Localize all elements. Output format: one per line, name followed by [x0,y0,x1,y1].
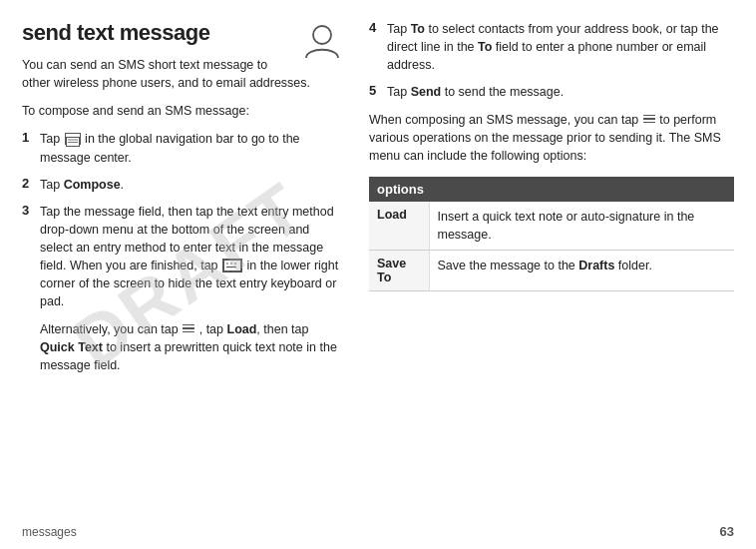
step-4-number: 4 [369,20,387,35]
intro-text: You can send an SMS short text message t… [22,56,341,92]
step-4-text: Tap To to select contacts from your addr… [387,20,734,74]
step-1-text: Tap in the global navigation bar to go t… [40,130,341,166]
step-2-compose: Compose [64,178,121,192]
step-2-text: Tap Compose. [40,176,341,194]
step-1: 1 Tap in the global navigation bar to go… [22,130,341,166]
right-column: 4 Tap To to select contacts from your ad… [359,20,756,549]
options-desc-saveto: Save the message to the Drafts folder. [429,251,734,291]
step-3: 3 Tap the message field, then tap the te… [22,203,341,311]
step-5: 5 Tap Send to send the message. [369,83,734,101]
section-intro: To compose and send an SMS message: [22,102,341,120]
step-2-number: 2 [22,176,40,191]
compose-icon [65,133,81,145]
svg-point-0 [313,26,331,44]
page-container: DRAFT send text message You can send an … [0,0,756,549]
step-4: 4 Tap To to select contacts from your ad… [369,20,734,74]
step-3-alt-text: Alternatively, you can tap , tap Load, t… [40,320,341,374]
footer-page-number: 63 [720,524,734,539]
svg-rect-4 [224,260,241,271]
options-label-saveto: Save To [369,251,429,291]
step-5-number: 5 [369,83,387,98]
drafts-label: Drafts [578,259,614,273]
hide-keyboard-icon [222,259,242,273]
menu-icon [183,324,194,333]
composing-note: When composing an SMS message, you can t… [369,111,734,165]
load-label: Load [227,322,257,336]
options-table: options Load Insert a quick text note or… [369,177,734,291]
step-2: 2 Tap Compose. [22,176,341,194]
page-title: send text message [22,20,341,46]
options-desc-load: Insert a quick text note or auto-signatu… [429,202,734,251]
to-label-2: To [478,40,492,54]
options-header-row: options [369,177,734,202]
quick-text-label: Quick Text [40,340,103,354]
options-header-cell: options [369,177,734,202]
step-3-number: 3 [22,203,40,218]
step-1-number: 1 [22,130,40,145]
left-column: send text message You can send an SMS sh… [0,20,359,549]
options-row-saveto: Save To Save the message to the Drafts f… [369,251,734,291]
options-row-load: Load Insert a quick text note or auto-si… [369,202,734,251]
step-3-text: Tap the message field, then tap the text… [40,203,341,311]
person-icon [303,22,341,60]
step-3-alt: 3 Alternatively, you can tap , tap Load,… [22,320,341,374]
send-label: Send [411,85,442,99]
footer-section-label: messages [22,525,77,539]
options-label-load: Load [369,202,429,251]
menu-icon-2 [643,115,655,124]
footer: messages 63 [0,524,756,539]
to-label-1: To [411,22,425,36]
svg-rect-1 [66,138,79,147]
step-5-text: Tap Send to send the message. [387,83,734,101]
